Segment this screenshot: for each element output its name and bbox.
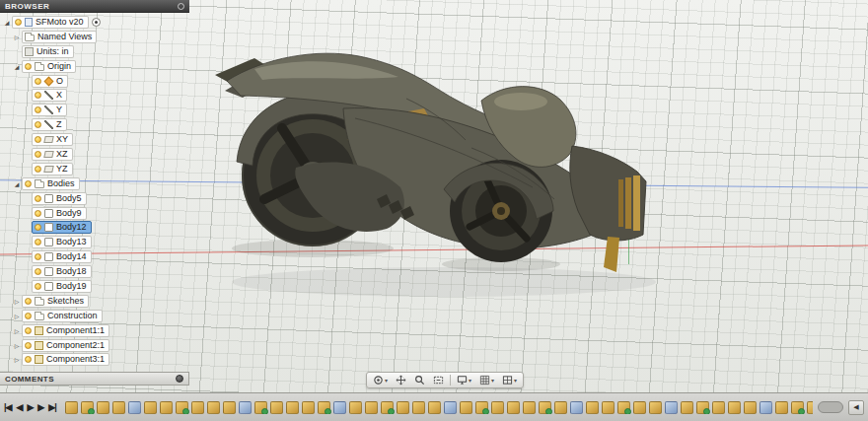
timeline-feature-icon[interactable] <box>728 401 741 414</box>
timeline-feature-icon[interactable] <box>286 401 299 414</box>
tree-item-chip[interactable]: Units: in <box>22 45 74 58</box>
timeline-feature-icon[interactable] <box>160 401 173 414</box>
timeline-feature-icon[interactable] <box>223 401 236 414</box>
timeline-feature-icon[interactable] <box>491 401 504 414</box>
timeline-feature-icon[interactable] <box>807 401 813 414</box>
timeline-feature-icon[interactable] <box>523 401 536 414</box>
tree-item-origin[interactable]: ◢Origin <box>0 59 189 74</box>
collapsed-arrow-icon[interactable]: ▷ <box>12 313 22 319</box>
timeline-scrollbar-thumb[interactable] <box>818 401 843 413</box>
timeline-feature-icon[interactable] <box>81 401 94 414</box>
tree-item-body14[interactable]: Body14 <box>0 249 189 264</box>
skip-to-end-button[interactable]: ▶| <box>48 403 55 412</box>
visibility-bulb-icon[interactable] <box>35 151 41 158</box>
tree-item-chip[interactable]: Component3:1 <box>22 353 109 366</box>
tree-item-x[interactable]: X <box>0 88 189 103</box>
timeline-feature-icon[interactable] <box>633 401 646 414</box>
dropdown-caret-icon[interactable]: ▾ <box>491 378 494 384</box>
tree-item-chip[interactable]: Origin <box>22 60 76 73</box>
pan-button[interactable] <box>392 373 410 387</box>
visibility-bulb-icon[interactable] <box>35 239 41 246</box>
timeline-feature-track[interactable] <box>65 401 813 414</box>
collapsed-arrow-icon[interactable]: ▷ <box>12 356 22 363</box>
timeline-feature-icon[interactable] <box>444 401 457 414</box>
skip-to-start-button[interactable]: |◀ <box>4 403 11 412</box>
collapsed-arrow-icon[interactable]: ▷ <box>12 34 22 40</box>
timeline-collapse-button[interactable]: ◀ <box>848 400 864 415</box>
tree-item-component3-1[interactable]: ▷Component3:1 <box>0 352 189 367</box>
expanded-arrow-icon[interactable]: ◢ <box>12 180 22 187</box>
tree-item-chip[interactable]: XY <box>32 133 73 146</box>
tree-item-chip[interactable]: Z <box>32 118 67 131</box>
timeline-feature-icon[interactable] <box>696 401 709 414</box>
tree-item-chip[interactable]: Body13 <box>32 236 92 248</box>
visibility-bulb-icon[interactable] <box>25 63 32 70</box>
visibility-bulb-icon[interactable] <box>35 166 41 173</box>
tree-item-body18[interactable]: Body18 <box>0 264 189 279</box>
timeline-feature-icon[interactable] <box>791 401 804 414</box>
timeline-feature-icon[interactable] <box>144 401 157 414</box>
tree-item-chip[interactable]: Y <box>32 104 67 116</box>
visibility-bulb-icon[interactable] <box>35 136 41 143</box>
tree-item-chip[interactable]: Sketches <box>22 295 89 308</box>
viewports-button[interactable]: ▾ <box>498 373 521 387</box>
timeline-feature-icon[interactable] <box>760 401 772 414</box>
orbit-button[interactable]: ▾ <box>369 373 392 387</box>
display-settings-button[interactable]: ▾ <box>453 373 475 387</box>
tree-item-units-in[interactable]: Units: in <box>0 44 189 59</box>
timeline-feature-icon[interactable] <box>570 401 583 414</box>
play-button[interactable]: ▶ <box>27 403 33 412</box>
timeline-feature-icon[interactable] <box>128 401 141 414</box>
tree-item-xy[interactable]: XY <box>0 132 189 147</box>
timeline-feature-icon[interactable] <box>349 401 362 414</box>
tree-item-body5[interactable]: Body5 <box>0 191 189 206</box>
tree-item-chip[interactable]: Body14 <box>32 250 92 263</box>
timeline-feature-icon[interactable] <box>649 401 662 414</box>
visibility-bulb-icon[interactable] <box>25 180 32 187</box>
tree-item-chip[interactable]: Named Views <box>22 31 97 43</box>
tree-item-body13[interactable]: Body13 <box>0 235 189 249</box>
tree-item-body19[interactable]: Body19 <box>0 279 189 294</box>
visibility-bulb-icon[interactable] <box>35 268 41 275</box>
timeline-feature-icon[interactable] <box>412 401 425 414</box>
visibility-bulb-icon[interactable] <box>35 106 41 113</box>
timeline-feature-icon[interactable] <box>428 401 441 414</box>
tree-item-construction[interactable]: ▷Construction <box>0 309 189 323</box>
tree-item-sketches[interactable]: ▷Sketches <box>0 294 189 309</box>
timeline-feature-icon[interactable] <box>460 401 472 414</box>
panel-options-icon[interactable] <box>178 3 184 10</box>
tree-item-chip[interactable]: Body12 <box>32 221 92 234</box>
timeline-feature-icon[interactable] <box>681 401 693 414</box>
timeline-feature-icon[interactable] <box>302 401 315 414</box>
visibility-bulb-icon[interactable] <box>25 298 32 305</box>
timeline-feature-icon[interactable] <box>602 401 615 414</box>
collapsed-arrow-icon[interactable]: ▷ <box>12 327 22 334</box>
tree-item-component2-1[interactable]: ▷Component2:1 <box>0 338 189 353</box>
visibility-bulb-icon[interactable] <box>35 210 41 217</box>
grid-settings-button[interactable]: ▾ <box>475 373 498 387</box>
tree-item-o[interactable]: O <box>0 74 189 89</box>
tree-item-chip[interactable]: XZ <box>32 148 73 161</box>
timeline-feature-icon[interactable] <box>586 401 599 414</box>
timeline-feature-icon[interactable] <box>744 401 757 414</box>
tree-item-chip[interactable]: Component1:1 <box>22 324 109 337</box>
tree-item-body12[interactable]: Body12 <box>0 220 189 235</box>
timeline-feature-icon[interactable] <box>475 401 488 414</box>
timeline-feature-icon[interactable] <box>397 401 409 414</box>
tree-item-chip[interactable]: Body5 <box>32 192 87 205</box>
timeline-feature-icon[interactable] <box>270 401 283 414</box>
timeline-feature-icon[interactable] <box>507 401 520 414</box>
tree-item-chip[interactable]: Body18 <box>32 265 92 278</box>
tree-item-z[interactable]: Z <box>0 117 189 132</box>
timeline-feature-icon[interactable] <box>365 401 378 414</box>
timeline-feature-icon[interactable] <box>665 401 678 414</box>
visibility-bulb-icon[interactable] <box>35 283 41 290</box>
tree-item-sfmoto-v20[interactable]: ◢SFMoto v20 <box>0 15 189 30</box>
visibility-bulb-icon[interactable] <box>35 224 41 231</box>
timeline-feature-icon[interactable] <box>712 401 725 414</box>
collapsed-arrow-icon[interactable]: ▷ <box>12 298 22 305</box>
tree-item-chip[interactable]: SFMoto v20 <box>12 16 89 29</box>
tree-item-y[interactable]: Y <box>0 103 189 117</box>
tree-item-chip[interactable]: Component2:1 <box>22 339 109 352</box>
comments-options-icon[interactable] <box>176 375 183 383</box>
